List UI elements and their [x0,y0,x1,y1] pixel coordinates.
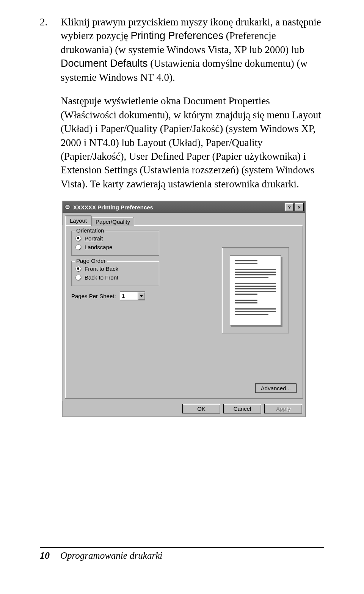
ok-button[interactable]: OK [182,404,220,413]
layout-panel: Orientation Portrait Landscape Page Orde… [65,225,303,399]
preview-paper [230,255,281,325]
orientation-group: Orientation Portrait Landscape [71,231,159,256]
tab-layout[interactable]: Layout [65,215,92,225]
combo-value: 1 [122,293,125,299]
svg-rect-2 [66,207,69,209]
pages-per-sheet-combo[interactable]: 1 [120,291,145,300]
advanced-row: Advanced... [255,383,297,393]
ui-term: Document Defaults [61,58,148,69]
result-paragraph: Następuje wyświetlenie okna Document Pro… [61,94,328,191]
radio-icon [75,266,82,272]
close-button[interactable]: × [295,203,304,211]
page-preview [222,247,289,333]
radio-label: Front to Back [85,266,118,272]
radio-icon [75,236,82,242]
page-number: 10 [40,550,50,561]
tab-paper-quality[interactable]: Paper/Quality [91,217,134,226]
apply-button[interactable]: Apply [264,404,302,413]
orientation-legend: Orientation [75,227,105,234]
radio-landscape[interactable]: Landscape [75,243,155,251]
ui-term: Printing Preferences [130,30,223,41]
titlebar: XXXXXX Printing Preferences ? × [63,201,305,213]
radio-front-to-back[interactable]: Front to Back [75,264,155,273]
pages-per-sheet-label: Pages Per Sheet: [71,293,116,299]
tab-row: Layout Paper/Quality [63,213,305,225]
page-order-group: Page Order Front to Back Back to Front [71,261,159,286]
step-2: 2. Kliknij prawym przyciskiem myszy ikon… [40,15,328,84]
radio-label: Portrait [85,235,103,242]
advanced-button[interactable]: Advanced... [255,383,297,393]
screenshot-figure: XXXXXX Printing Preferences ? × Layout P… [40,201,328,417]
step-2-text: Kliknij prawym przyciskiem myszy ikonę d… [61,15,328,84]
radio-portrait[interactable]: Portrait [75,234,155,243]
dialog-title: XXXXXX Printing Preferences [73,204,284,211]
radio-icon [75,244,82,250]
printer-icon [64,204,71,211]
dialog-button-row: OK Cancel Apply [63,401,305,416]
page-order-legend: Page Order [75,258,107,264]
list-number: 2. [40,15,61,84]
chevron-down-icon [138,292,145,300]
cancel-button[interactable]: Cancel [223,404,261,413]
radio-label: Back to Front [85,274,118,281]
printing-preferences-dialog: XXXXXX Printing Preferences ? × Layout P… [62,201,306,417]
radio-label: Landscape [85,244,112,250]
page-footer: 10 Oprogramowanie drukarki [0,547,364,561]
radio-back-to-front[interactable]: Back to Front [75,273,155,282]
radio-icon [75,275,82,281]
footer-title: Oprogramowanie drukarki [60,550,162,561]
help-button[interactable]: ? [285,203,294,211]
